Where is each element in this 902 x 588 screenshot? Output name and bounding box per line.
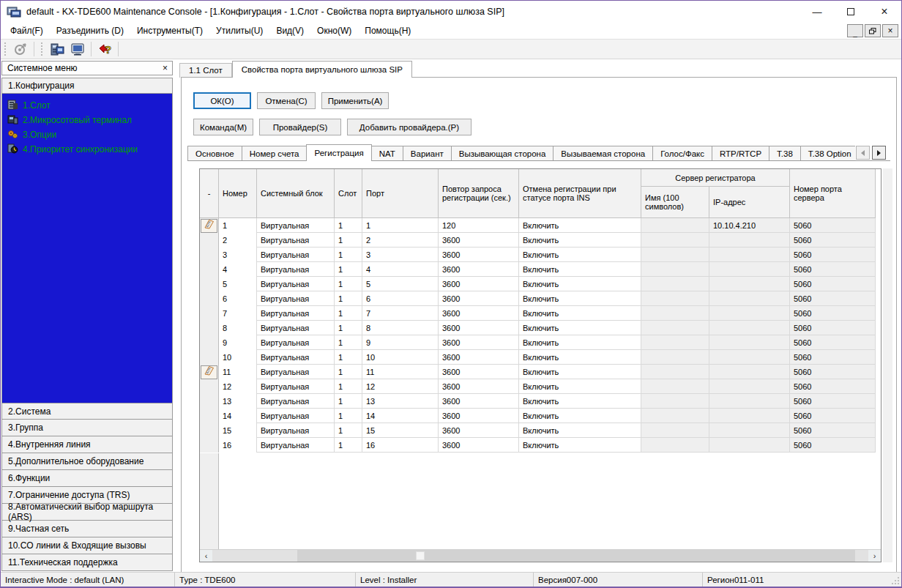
tab-8[interactable]: RTP/RTCP [712, 146, 769, 161]
sidebar-section-3[interactable]: 3.Группа [1, 420, 173, 436]
column-header-number[interactable]: Номер [219, 169, 257, 218]
cell-ip[interactable] [709, 423, 790, 438]
cell-ip[interactable] [709, 365, 790, 379]
row-selector-cell[interactable] [200, 365, 219, 379]
cell-name[interactable] [641, 306, 709, 321]
cell-server-port[interactable]: 5060 [790, 262, 876, 277]
connect-pbx-icon[interactable] [48, 41, 66, 57]
cell-ip[interactable] [709, 233, 790, 248]
menu-item-6[interactable]: Помощь(Н) [358, 23, 417, 38]
cell-server-port[interactable]: 5060 [790, 306, 876, 321]
close-panel-icon[interactable]: × [163, 63, 168, 73]
cell-retry[interactable]: 3600 [439, 394, 519, 409]
row-selector-cell[interactable] [200, 291, 219, 306]
cell-name[interactable] [641, 409, 709, 423]
scrollbar-grip[interactable] [416, 551, 425, 560]
tab-1[interactable]: Номер счета [242, 146, 308, 161]
cell-server-port[interactable]: 5060 [790, 291, 876, 306]
menu-item-4[interactable]: Вид(V) [269, 23, 310, 38]
cell-retry[interactable]: 120 [439, 218, 519, 233]
cell-unregister[interactable]: Включить [519, 321, 641, 335]
sidebar-item-configuration[interactable]: 1.Конфигурация [1, 78, 173, 94]
cell-server-port[interactable]: 5060 [790, 438, 876, 453]
row-selector-cell[interactable] [200, 218, 219, 233]
cell-ip[interactable] [709, 262, 790, 277]
mdi-minimize-button[interactable]: _ [847, 24, 863, 37]
add-provider-button[interactable]: Добавить провайдера.(P) [347, 119, 471, 135]
row-selector-cell[interactable] [200, 379, 219, 394]
tab-scroll-right-button[interactable] [872, 146, 886, 160]
cell-server-port[interactable]: 5060 [790, 335, 876, 350]
cell-ip[interactable] [709, 306, 790, 321]
provider-button[interactable]: Провайдер(S) [259, 119, 341, 135]
column-header-registrar-server[interactable]: Сервер регистратора [641, 169, 790, 187]
cell-ip[interactable] [709, 277, 790, 291]
sidebar-section-8[interactable]: 8.Автоматический выбор маршрута (ARS) [1, 504, 173, 521]
cell-unregister[interactable]: Включить [519, 248, 641, 262]
cell-ip[interactable] [709, 379, 790, 394]
cell-name[interactable] [641, 335, 709, 350]
cell-unregister[interactable]: Включить [519, 262, 641, 277]
cell-name[interactable] [641, 233, 709, 248]
cell-retry[interactable]: 3600 [439, 233, 519, 248]
tab-3[interactable]: NAT [371, 146, 403, 161]
sidebar-section-9[interactable]: 9.Частная сеть [1, 521, 173, 537]
apply-button[interactable]: Применить(A) [321, 92, 389, 109]
cell-ip[interactable]: 10.10.4.210 [709, 218, 790, 233]
sidebar-section-10[interactable]: 10.CO линии & Входящие вызовы [1, 537, 173, 554]
cell-retry[interactable]: 3600 [439, 321, 519, 335]
tab-5[interactable]: Вызывающая сторона [451, 146, 554, 161]
column-header-block[interactable]: Системный блок [257, 169, 335, 218]
row-selector-cell[interactable] [200, 438, 219, 453]
card-button[interactable] [201, 365, 217, 379]
cell-unregister[interactable]: Включить [519, 438, 641, 453]
column-header-rowselect[interactable]: - [200, 169, 219, 218]
document-tab-0[interactable]: 1.1 Слот [179, 63, 232, 78]
cell-retry[interactable]: 3600 [439, 262, 519, 277]
tab-9[interactable]: T.38 [769, 146, 801, 161]
cell-name[interactable] [641, 277, 709, 291]
menu-item-0[interactable]: Файл(F) [4, 23, 50, 38]
cell-name[interactable] [641, 218, 709, 233]
cell-server-port[interactable]: 5060 [790, 394, 876, 409]
cell-server-port[interactable]: 5060 [790, 379, 876, 394]
cell-unregister[interactable]: Включить [519, 277, 641, 291]
scroll-right-icon[interactable]: › [868, 550, 881, 562]
tab-7[interactable]: Голос/Факс [652, 146, 712, 161]
cell-unregister[interactable]: Включить [519, 218, 641, 233]
cell-name[interactable] [641, 291, 709, 306]
cell-server-port[interactable]: 5060 [790, 277, 876, 291]
scrollbar-track[interactable] [212, 550, 868, 562]
column-header-retry[interactable]: Повтор запроса регистрации (сек.) [439, 169, 519, 218]
help-icon[interactable]: ? [96, 41, 113, 57]
cell-ip[interactable] [709, 335, 790, 350]
cell-retry[interactable]: 3600 [439, 306, 519, 321]
cell-name[interactable] [641, 262, 709, 277]
tab-2[interactable]: Регистрация [306, 144, 371, 161]
document-tab-1[interactable]: Свойства порта виртуального шлюза SIP [232, 61, 412, 78]
sidebar-section-5[interactable]: 5.Дополнительное оборудование [1, 453, 173, 470]
cell-unregister[interactable]: Включить [519, 335, 641, 350]
cell-server-port[interactable]: 5060 [790, 350, 876, 365]
cell-server-port[interactable]: 5060 [790, 409, 876, 423]
row-selector-cell[interactable] [200, 423, 219, 438]
row-selector-cell[interactable] [200, 262, 219, 277]
sidebar-item-3[interactable]: 3.Опции [2, 127, 172, 142]
cell-name[interactable] [641, 379, 709, 394]
cell-name[interactable] [641, 438, 709, 453]
cell-unregister[interactable]: Включить [519, 379, 641, 394]
command-button[interactable]: Команда(M) [193, 119, 253, 135]
cell-retry[interactable]: 3600 [439, 423, 519, 438]
cell-unregister[interactable]: Включить [519, 423, 641, 438]
cell-ip[interactable] [709, 248, 790, 262]
cell-ip[interactable] [709, 438, 790, 453]
cell-retry[interactable]: 3600 [439, 409, 519, 423]
row-selector-cell[interactable] [200, 306, 219, 321]
scrollbar-thumb[interactable] [297, 550, 855, 562]
ok-button[interactable]: ОК(O) [193, 92, 251, 109]
column-header-port[interactable]: Порт [362, 169, 439, 218]
column-header-slot[interactable]: Слот [335, 169, 362, 218]
cell-ip[interactable] [709, 409, 790, 423]
column-header-server-port[interactable]: Номер порта сервера [790, 169, 876, 218]
tab-0[interactable]: Основное [187, 146, 242, 161]
